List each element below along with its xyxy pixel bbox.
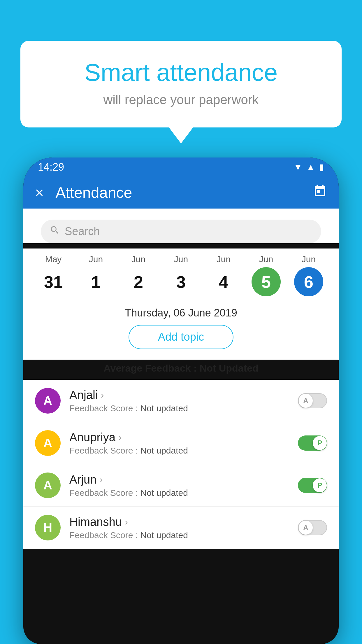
avg-feedback-value: Not Updated (200, 363, 259, 374)
chevron-right-icon: › (125, 517, 128, 527)
close-button[interactable]: × (35, 184, 44, 201)
calendar-date-item[interactable]: May31 (34, 254, 72, 296)
student-info: Arjun ›Feedback Score : Not updated (69, 473, 289, 498)
calendar-day[interactable]: 3 (166, 267, 196, 296)
student-list-item[interactable]: HHimanshu ›Feedback Score : Not updatedA (23, 507, 339, 549)
student-avatar: H (35, 515, 61, 540)
calendar-day[interactable]: 31 (39, 267, 68, 296)
student-feedback: Feedback Score : Not updated (69, 488, 289, 498)
attendance-toggle[interactable]: A (298, 520, 327, 535)
calendar-month: Jun (302, 254, 316, 264)
student-feedback: Feedback Score : Not updated (69, 530, 289, 540)
search-placeholder: Search (65, 225, 100, 238)
student-feedback: Feedback Score : Not updated (69, 403, 289, 413)
wifi-icon: ▼ (294, 162, 303, 172)
status-icons: ▼ ▲ ▮ (294, 162, 324, 172)
student-list: AAnjali ›Feedback Score : Not updatedAAA… (23, 380, 339, 549)
status-bar: 14:29 ▼ ▲ ▮ (23, 158, 339, 176)
chevron-right-icon: › (99, 474, 103, 485)
bubble-subtitle: will replace your paperwork (44, 92, 318, 107)
calendar-date-item[interactable]: Jun6 (290, 254, 328, 296)
calendar-day[interactable]: 1 (81, 267, 110, 296)
calendar-day[interactable]: 2 (124, 267, 153, 296)
search-bar[interactable]: Search (41, 220, 321, 243)
calendar-date-item[interactable]: Jun1 (77, 254, 115, 296)
student-name: Arjun › (69, 473, 289, 486)
calendar-strip: May31Jun1Jun2Jun3Jun4Jun5Jun6 (23, 249, 339, 299)
attendance-toggle[interactable]: P (298, 478, 327, 493)
student-info: Himanshu ›Feedback Score : Not updated (69, 515, 289, 540)
calendar-day[interactable]: 4 (209, 267, 238, 296)
bubble-title: Smart attendance (44, 58, 318, 87)
signal-icon: ▲ (306, 162, 315, 172)
phone-frame: 14:29 ▼ ▲ ▮ × Attendance Search May3 (23, 158, 339, 644)
attendance-toggle[interactable]: A (298, 393, 327, 408)
toggle-knob: P (313, 436, 327, 450)
search-icon (50, 225, 60, 238)
calendar-month: May (45, 254, 62, 264)
calendar-date-item[interactable]: Jun3 (162, 254, 200, 296)
student-list-item[interactable]: AAnjali ›Feedback Score : Not updatedA (23, 380, 339, 422)
app-bar: × Attendance (23, 176, 339, 209)
student-list-item[interactable]: AAnupriya ›Feedback Score : Not updatedP (23, 422, 339, 464)
selected-date-label: Thursday, 06 June 2019 (23, 299, 339, 325)
calendar-month: Jun (217, 254, 231, 264)
calendar-icon[interactable] (313, 184, 327, 201)
speech-bubble-container: Smart attendance will replace your paper… (20, 41, 342, 127)
student-info: Anjali ›Feedback Score : Not updated (69, 388, 289, 413)
battery-icon: ▮ (319, 162, 324, 172)
calendar-day[interactable]: 6 (294, 267, 323, 296)
calendar-month: Jun (174, 254, 188, 264)
student-feedback: Feedback Score : Not updated (69, 446, 289, 456)
status-time: 14:29 (38, 161, 64, 173)
student-name: Himanshu › (69, 515, 289, 528)
attendance-toggle[interactable]: P (298, 435, 327, 451)
calendar-month: Jun (89, 254, 103, 264)
student-name: Anupriya › (69, 431, 289, 444)
calendar-date-item[interactable]: Jun2 (120, 254, 157, 296)
toggle-knob: A (299, 394, 313, 408)
toggle-knob: A (299, 521, 313, 535)
student-avatar: A (35, 430, 61, 456)
calendar-date-item[interactable]: Jun5 (247, 254, 285, 296)
calendar-day[interactable]: 5 (252, 267, 281, 296)
calendar-month: Jun (131, 254, 145, 264)
student-info: Anupriya ›Feedback Score : Not updated (69, 431, 289, 456)
calendar-month: Jun (259, 254, 273, 264)
avg-feedback-label: Average Feedback : (103, 363, 199, 374)
toggle-knob: P (313, 478, 327, 492)
calendar-date-item[interactable]: Jun4 (205, 254, 242, 296)
app-bar-title: Attendance (55, 184, 301, 201)
student-avatar: A (35, 473, 61, 498)
speech-bubble: Smart attendance will replace your paper… (20, 41, 342, 127)
student-list-item[interactable]: AArjun ›Feedback Score : Not updatedP (23, 464, 339, 507)
chevron-right-icon: › (118, 432, 122, 443)
chevron-right-icon: › (101, 390, 104, 400)
add-topic-button[interactable]: Add topic (129, 325, 233, 349)
student-name: Anjali › (69, 388, 289, 402)
student-avatar: A (35, 388, 61, 414)
avg-feedback: Average Feedback : Not Updated (23, 360, 339, 380)
